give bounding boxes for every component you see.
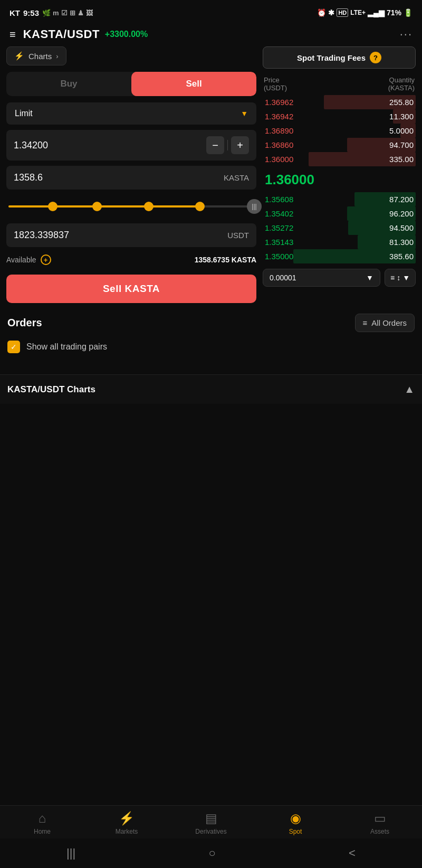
sell-kasta-button[interactable]: Sell KASTA xyxy=(6,275,256,303)
quantity-input[interactable]: 1358.6 xyxy=(14,172,224,183)
more-options-button[interactable]: ··· xyxy=(400,27,413,41)
slider-thumb-2 xyxy=(92,202,102,211)
spot-icon: ◉ xyxy=(290,811,301,826)
total-usdt-row: 1823.339837 USDT xyxy=(6,223,256,247)
fees-info-icon: ? xyxy=(370,52,381,63)
current-price-row: 1.36000 xyxy=(263,166,416,192)
total-currency-label: USDT xyxy=(227,231,249,240)
sell-order-row[interactable]: 1.368905.0000 xyxy=(263,124,416,138)
ob-filter-button[interactable]: ≡ ↕ ▼ xyxy=(385,269,416,287)
derivatives-label: Derivatives xyxy=(195,828,226,835)
lte-icon: LTE+ xyxy=(350,9,366,16)
sell-order-price: 1.36860 xyxy=(265,140,293,149)
all-orders-button[interactable]: ≡ All Orders xyxy=(355,314,415,332)
battery-label: 71% xyxy=(387,8,401,17)
charts-collapse-button[interactable]: ▲ xyxy=(404,383,415,395)
current-price-label: 1.36000 xyxy=(265,172,314,187)
buy-order-price: 1.35272 xyxy=(265,223,293,232)
sell-orders-list: 1.36962255.801.3694211.3001.368905.00001… xyxy=(263,95,416,166)
price-decrease-button[interactable]: − xyxy=(206,136,224,154)
sell-order-qty: 335.00 xyxy=(389,155,414,164)
price-input[interactable]: 1.34200 xyxy=(14,140,206,151)
assets-label: Assets xyxy=(370,828,389,835)
quantity-slider[interactable]: ||| xyxy=(6,195,256,218)
buy-order-price: 1.35143 xyxy=(265,238,293,247)
sell-order-row[interactable]: 1.3686094.700 xyxy=(263,138,416,152)
price-step-value: 0.00001 xyxy=(270,273,296,282)
bluetooth-icon: ✱ xyxy=(328,8,334,17)
filter-arrow: ↕ xyxy=(397,273,400,282)
sys-home-button[interactable]: ○ xyxy=(208,846,215,860)
sell-order-row[interactable]: 1.3694211.300 xyxy=(263,109,416,124)
time-label: 9:53 xyxy=(23,8,39,17)
assets-icon: ▭ xyxy=(374,811,386,826)
orders-header: Orders ≡ All Orders xyxy=(7,314,415,332)
spot-label: Spot xyxy=(289,828,302,835)
all-orders-label: All Orders xyxy=(371,318,407,327)
buy-order-price: 1.35608 xyxy=(265,195,293,204)
hd-icon: HD xyxy=(337,8,348,17)
sell-order-qty: 255.80 xyxy=(389,98,414,107)
buy-order-price: 1.35000 xyxy=(265,252,293,261)
buy-order-row[interactable]: 1.35000385.60 xyxy=(263,249,416,263)
buy-sell-toggle: Buy Sell xyxy=(6,72,256,96)
buy-button[interactable]: Buy xyxy=(6,72,131,96)
sell-order-price: 1.36962 xyxy=(265,98,293,107)
slider-track: ||| xyxy=(8,205,254,207)
battery-icon: 🔋 xyxy=(404,8,413,17)
total-usdt-input[interactable]: 1823.339837 xyxy=(14,230,227,241)
sell-order-price: 1.36000 xyxy=(265,155,293,164)
order-book-headers: Price (USDT) Quantity (KASTA) xyxy=(263,74,416,95)
sys-menu-button[interactable]: ||| xyxy=(66,846,75,860)
sell-order-qty: 5.0000 xyxy=(389,126,414,135)
derivatives-icon: ▤ xyxy=(205,811,217,826)
markets-label: Markets xyxy=(116,828,138,835)
home-label: Home xyxy=(34,828,51,835)
show-all-pairs-row: ✓ Show all trading pairs xyxy=(7,341,415,353)
nav-home[interactable]: ⌂ Home xyxy=(0,811,84,835)
buy-order-row[interactable]: 1.3560887.200 xyxy=(263,192,416,206)
system-nav: ||| ○ < xyxy=(0,838,422,868)
price-change-badge: +3300.00% xyxy=(105,30,148,39)
order-type-label: Limit xyxy=(15,109,33,118)
buy-order-row[interactable]: 1.3527294.500 xyxy=(263,221,416,235)
status-bar: KT 9:53 🌿m☑⊞♟🖼 ⏰ ✱ HD LTE+ ▂▄▆ 71% 🔋 xyxy=(0,0,422,23)
sell-order-row[interactable]: 1.36000335.00 xyxy=(263,152,416,166)
price-step-dropdown[interactable]: 0.00001 ▼ xyxy=(263,269,380,287)
sell-order-row[interactable]: 1.36962255.80 xyxy=(263,95,416,109)
alarm-icon: ⏰ xyxy=(317,8,326,17)
hamburger-icon[interactable]: ≡ xyxy=(9,29,16,41)
order-book-panel: Spot Trading Fees ? Price (USDT) Quantit… xyxy=(263,46,416,303)
nav-spot[interactable]: ◉ Spot xyxy=(253,811,338,835)
buy-order-row[interactable]: 1.3514381.300 xyxy=(263,235,416,249)
carrier-label: KT xyxy=(9,8,20,17)
price-step-arrow: ▼ xyxy=(366,273,373,282)
price-increase-button[interactable]: + xyxy=(231,136,249,154)
spot-fees-button[interactable]: Spot Trading Fees ? xyxy=(263,46,416,69)
price-header: Price (USDT) xyxy=(264,76,287,92)
sell-button[interactable]: Sell xyxy=(131,72,256,96)
charts-section: KASTA/USDT Charts ▲ xyxy=(0,374,422,404)
nav-derivatives[interactable]: ▤ Derivatives xyxy=(169,811,253,835)
sell-order-qty: 11.300 xyxy=(389,112,414,121)
order-type-select[interactable]: Limit ▼ xyxy=(6,102,256,125)
available-amount-label: 1358.6735 KASTA xyxy=(195,256,256,264)
nav-markets[interactable]: ⚡ Markets xyxy=(84,811,169,835)
available-info-icon[interactable]: + xyxy=(41,254,51,265)
filter-dropdown-arrow: ▼ xyxy=(402,273,410,282)
bottom-nav: ⌂ Home ⚡ Markets ▤ Derivatives ◉ Spot ▭ … xyxy=(0,805,422,838)
charts-section-header: KASTA/USDT Charts ▲ xyxy=(7,383,415,395)
slider-thumb-1 xyxy=(48,202,57,211)
buy-order-row[interactable]: 1.3540296.200 xyxy=(263,206,416,221)
show-all-pairs-checkbox[interactable]: ✓ xyxy=(7,341,20,353)
home-icon: ⌂ xyxy=(39,811,46,826)
sys-back-button[interactable]: < xyxy=(349,846,356,860)
main-area: ⚡ Charts › Buy Sell Limit ▼ 1.34200 − + … xyxy=(0,46,422,303)
sell-order-price: 1.36942 xyxy=(265,112,293,121)
divider xyxy=(227,140,228,150)
trading-pair-label[interactable]: KASTA/USDT xyxy=(23,27,100,41)
nav-assets[interactable]: ▭ Assets xyxy=(338,811,422,835)
left-panel: ⚡ Charts › Buy Sell Limit ▼ 1.34200 − + … xyxy=(6,46,256,303)
charts-button[interactable]: ⚡ Charts › xyxy=(6,46,66,65)
quantity-currency-label: KASTA xyxy=(224,173,249,182)
